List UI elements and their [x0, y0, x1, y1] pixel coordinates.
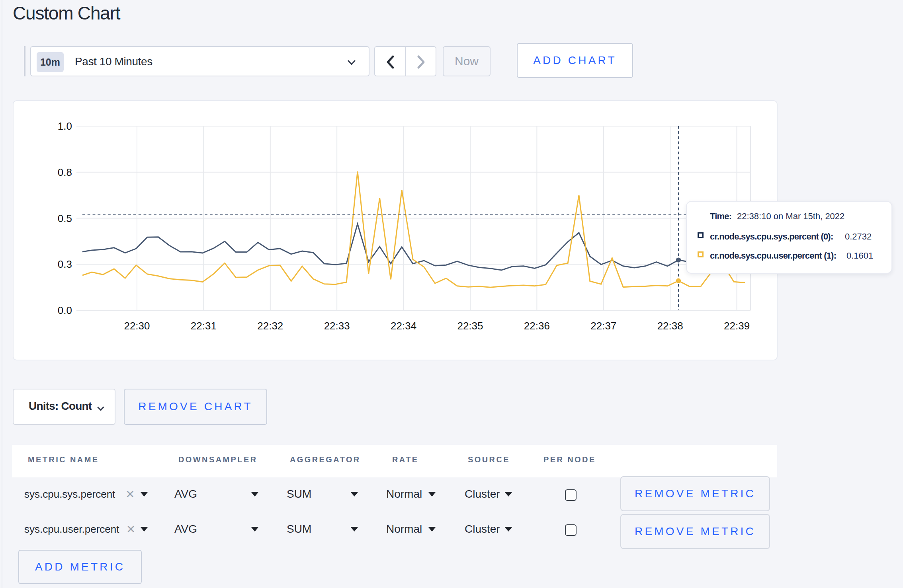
svg-text:22:38: 22:38 [657, 320, 683, 332]
svg-text:22:30: 22:30 [124, 320, 150, 332]
svg-text:0.0: 0.0 [58, 304, 72, 316]
svg-text:0.5: 0.5 [58, 212, 72, 224]
svg-text:1.0: 1.0 [58, 120, 72, 132]
svg-text:22:32: 22:32 [257, 320, 283, 332]
svg-text:22:31: 22:31 [191, 320, 217, 332]
svg-text:22:36: 22:36 [524, 320, 550, 332]
svg-text:22:35: 22:35 [457, 320, 483, 332]
svg-text:0.3: 0.3 [58, 258, 72, 270]
svg-text:22:33: 22:33 [324, 320, 350, 332]
svg-text:0.8: 0.8 [58, 166, 72, 178]
svg-text:22:34: 22:34 [391, 320, 416, 332]
svg-text:22:39: 22:39 [724, 320, 750, 332]
svg-text:22:37: 22:37 [590, 320, 616, 332]
